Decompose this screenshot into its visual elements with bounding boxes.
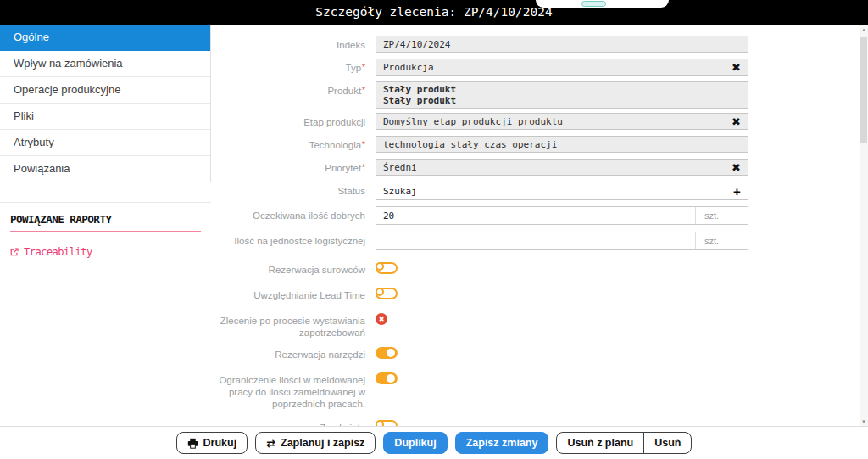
field-label: Indeks bbox=[211, 36, 376, 51]
error-cross-icon: ✖ bbox=[376, 313, 387, 325]
field-row-zlecenie-po-procesie: Zlecenie po procesie wystawiania zapotrz… bbox=[211, 311, 858, 339]
field-label: Oczekiwana ilość dobrych bbox=[211, 206, 376, 221]
duplicate-button[interactable]: Duplikuj bbox=[383, 432, 447, 454]
tab-ogolne[interactable]: Ogólne bbox=[0, 25, 210, 51]
clear-icon[interactable]: ✖ bbox=[732, 62, 741, 73]
field-label: Rezerwacja surowców bbox=[211, 260, 376, 276]
delete-button[interactable]: Usuń bbox=[643, 433, 691, 453]
field-label: Zlecenie po procesie wystawiania zapotrz… bbox=[211, 311, 376, 339]
field-row-ilosc-logistyczna: Ilość na jednostce logistycznej szt. bbox=[211, 232, 858, 250]
clear-icon[interactable]: ✖ bbox=[732, 116, 741, 127]
toast-pill-button[interactable] bbox=[581, 1, 606, 7]
related-reports-section: POWIĄZANE RAPORTY Traceability bbox=[0, 203, 211, 258]
related-reports-header: POWIĄZANE RAPORTY bbox=[10, 213, 201, 232]
field-row-rezerwacja-narzedzi: Rezerwacja narzędzi bbox=[211, 345, 858, 362]
field-row-indeks: Indeks ZP/4/10/2024 bbox=[211, 36, 858, 53]
button-label: Zapisz zmiany bbox=[466, 437, 538, 449]
field-value: ZP/4/10/2024 bbox=[383, 39, 450, 50]
traceability-link[interactable]: Traceability bbox=[10, 246, 201, 258]
printer-icon bbox=[187, 438, 198, 449]
add-status-button[interactable]: + bbox=[726, 182, 748, 200]
clear-icon[interactable]: ✖ bbox=[732, 162, 741, 173]
field-row-produkt: Produkt Stały produkt Stały produkt bbox=[211, 81, 858, 109]
button-label: Drukuj bbox=[203, 437, 237, 449]
field-value: technologia stały czas operacji bbox=[383, 139, 557, 150]
button-label: Usuń bbox=[654, 437, 681, 449]
typ-field[interactable]: Produkcja ✖ bbox=[376, 59, 748, 76]
rezerwacja-surowcow-toggle[interactable] bbox=[376, 262, 398, 274]
traceability-link-label: Traceability bbox=[24, 246, 92, 258]
field-row-etap-produkcji: Etap produkcji Domyślny etap produkcji p… bbox=[211, 113, 858, 130]
save-changes-button[interactable]: Zapisz zmiany bbox=[455, 432, 549, 454]
field-label: Zamknięte bbox=[211, 418, 376, 426]
field-row-typ: Typ Produkcja ✖ bbox=[211, 59, 858, 76]
field-label: Rezerwacja narzędzi bbox=[211, 345, 376, 361]
field-label: Ograniczenie ilości w meldowanej pracy d… bbox=[211, 371, 376, 410]
field-value: Produkcja bbox=[383, 62, 434, 73]
expected-quantity-input[interactable] bbox=[376, 207, 695, 224]
field-value: Domyślny etap produkcji produktu bbox=[383, 116, 563, 127]
scrollbar-thumb[interactable] bbox=[860, 37, 867, 143]
field-value: Stały produkt Stały produkt bbox=[383, 84, 456, 106]
etap-produkcji-field[interactable]: Domyślny etap produkcji produktu ✖ bbox=[376, 113, 748, 130]
field-label: Ilość na jednostce logistycznej bbox=[211, 232, 376, 247]
zamkniete-toggle[interactable] bbox=[376, 420, 398, 426]
remove-from-plan-button[interactable]: Usuń z planu bbox=[557, 433, 643, 453]
tab-wplyw-na-zamowienia[interactable]: Wpływ na zamówienia bbox=[0, 51, 210, 77]
sidebar: Ogólne Wpływ na zamówienia Operacje prod… bbox=[0, 25, 211, 426]
field-row-rezerwacja-surowcow: Rezerwacja surowców bbox=[211, 260, 858, 277]
field-label: Etap produkcji bbox=[211, 113, 376, 128]
scroll-up-icon[interactable]: ▲ bbox=[860, 25, 868, 34]
tab-pliki[interactable]: Pliki bbox=[0, 104, 210, 130]
field-label: Typ bbox=[211, 59, 376, 74]
scroll-down-icon[interactable]: ▼ bbox=[860, 417, 868, 426]
notification-toast-cutoff bbox=[536, 0, 669, 8]
tab-atrybuty[interactable]: Atrybuty bbox=[0, 130, 210, 156]
priorytet-field[interactable]: Średni ✖ bbox=[376, 159, 748, 176]
produkt-field: Stały produkt Stały produkt bbox=[376, 81, 748, 109]
field-row-technologia: Technologia technologia stały czas opera… bbox=[211, 136, 858, 153]
field-row-status: Status + bbox=[211, 182, 858, 200]
swap-arrows-icon: ⇄ bbox=[266, 438, 275, 449]
field-label: Status bbox=[211, 182, 376, 197]
delete-button-group: Usuń z planu Usuń bbox=[556, 432, 692, 454]
field-row-zamkniete: Zamknięte bbox=[211, 418, 858, 426]
field-label: Technologia bbox=[211, 136, 376, 151]
button-label: Zaplanuj i zapisz bbox=[281, 437, 364, 449]
rezerwacja-narzedzi-toggle[interactable] bbox=[376, 347, 398, 359]
modal-header: Szczegóły zlecenia: ZP/4/10/2024 bbox=[0, 0, 868, 25]
technologia-field: technologia stały czas operacji bbox=[376, 136, 748, 153]
field-label: Priorytet bbox=[211, 159, 376, 174]
plan-and-save-button[interactable]: ⇄ Zaplanuj i zapisz bbox=[255, 432, 376, 454]
status-search-input[interactable] bbox=[376, 182, 726, 200]
modal-title: Szczegóły zlecenia: ZP/4/10/2024 bbox=[0, 0, 868, 25]
lead-time-toggle[interactable] bbox=[376, 288, 398, 299]
form-content: Indeks ZP/4/10/2024 Typ Produkcja ✖ Prod… bbox=[211, 25, 858, 426]
field-value: Średni bbox=[383, 162, 417, 173]
plus-icon: + bbox=[733, 184, 741, 199]
tab-list: Ogólne Wpływ na zamówienia Operacje prod… bbox=[0, 25, 211, 182]
order-details-modal: Szczegóły zlecenia: ZP/4/10/2024 ✖ Ogóln… bbox=[0, 0, 868, 459]
field-label: Produkt bbox=[211, 81, 376, 97]
field-row-oczekiwana-ilosc: Oczekiwana ilość dobrych szt. bbox=[211, 206, 858, 225]
button-label: Usuń z planu bbox=[567, 437, 633, 449]
unit-suffix: szt. bbox=[695, 232, 748, 249]
vertical-scrollbar[interactable]: ▲ ▼ bbox=[860, 25, 868, 426]
footer-button-bar: Drukuj ⇄ Zaplanuj i zapisz Duplikuj Zapi… bbox=[0, 426, 868, 459]
field-label: Uwzględnianie Lead Time bbox=[211, 286, 376, 301]
logistic-unit-quantity-input[interactable] bbox=[376, 232, 695, 249]
external-link-icon bbox=[10, 248, 19, 256]
indeks-field: ZP/4/10/2024 bbox=[376, 36, 748, 53]
ograniczenie-ilosci-toggle[interactable] bbox=[376, 372, 398, 384]
unit-suffix: szt. bbox=[695, 207, 748, 224]
print-button[interactable]: Drukuj bbox=[176, 432, 248, 454]
tab-powiazania[interactable]: Powiązania bbox=[0, 156, 210, 182]
field-row-lead-time: Uwzględnianie Lead Time bbox=[211, 286, 858, 303]
field-row-priorytet: Priorytet Średni ✖ bbox=[211, 159, 858, 176]
field-row-ograniczenie-ilosci: Ograniczenie ilości w meldowanej pracy d… bbox=[211, 371, 858, 410]
tab-operacje-produkcyjne[interactable]: Operacje produkcyjne bbox=[0, 77, 210, 104]
button-label: Duplikuj bbox=[394, 437, 436, 449]
